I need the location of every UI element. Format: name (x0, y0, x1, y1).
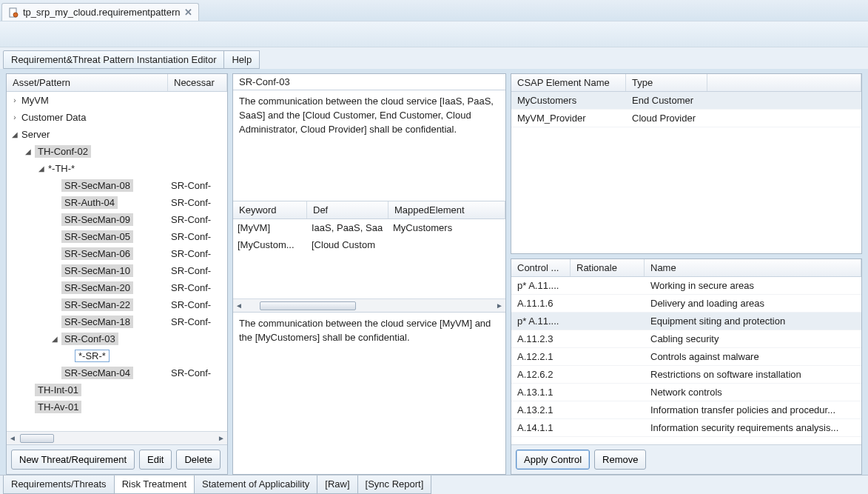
tab-statement-applicability[interactable]: Statement of Applicability (194, 475, 317, 494)
tree-row[interactable]: SR-SecMan-05SR-Conf- (7, 228, 227, 245)
control-cell-rationale (571, 284, 645, 287)
keyword-row[interactable]: [MyVM]IaaS, PaaS, SaaMyCustomers (233, 219, 505, 236)
csap-cell-type: End Customer (626, 93, 707, 107)
tree-row[interactable]: ◢Server (7, 126, 227, 143)
tree-row[interactable]: SR-SecMan-08SR-Conf- (7, 177, 227, 194)
close-icon[interactable]: ✕ (184, 7, 192, 18)
editor-tab[interactable]: tp_srp_my_cloud.requirementpattern ✕ (1, 3, 199, 21)
twisty-icon[interactable]: › (11, 113, 18, 121)
tree-row[interactable]: ›MyVM (7, 92, 227, 109)
keyword-body[interactable]: [MyVM]IaaS, PaaS, SaaMyCustomers[MyCusto… (233, 219, 505, 298)
col-rationale[interactable]: Rationale (571, 259, 645, 276)
col-def[interactable]: Def (307, 201, 388, 218)
tree-necessary-value: SR-Conf- (168, 282, 227, 293)
apply-control-button[interactable]: Apply Control (516, 450, 590, 470)
control-cell-rationale (571, 427, 645, 430)
menu-help[interactable]: Help (223, 50, 260, 69)
tree-necessary-value: SR-Conf- (168, 231, 227, 242)
controls-body[interactable]: p* A.11....Working in secure areasA.11.1… (511, 277, 861, 444)
remove-button[interactable]: Remove (594, 450, 646, 470)
keyword-row[interactable]: [MyCustom...[Cloud Custom (233, 236, 505, 253)
tree-row[interactable]: SR-SecMan-18SR-Conf- (7, 313, 227, 330)
tree-necessary-value: SR-Conf- (168, 248, 227, 259)
control-cell-name: Delivery and loading areas (645, 296, 861, 310)
detail-description: The communication between the cloud serv… (233, 90, 505, 201)
control-cell-control: A.14.1.1 (511, 421, 571, 435)
tree-node-label: MyVM (21, 95, 49, 106)
new-threat-button[interactable]: New Threat/Requirement (11, 450, 135, 470)
col-control[interactable]: Control ... (511, 259, 571, 276)
controls-buttons: Apply Control Remove (511, 444, 861, 474)
twisty-icon[interactable]: › (11, 96, 18, 104)
twisty-icon[interactable]: ◢ (11, 130, 18, 138)
csap-row[interactable]: MyVM_ProviderCloud Provider (511, 110, 861, 127)
csap-body[interactable]: MyCustomersEnd CustomerMyVM_ProviderClou… (511, 92, 861, 253)
tree-row[interactable]: SR-Auth-04SR-Conf- (7, 194, 227, 211)
tree-necessary-value: SR-Conf- (168, 197, 227, 208)
tree-node-label: SR-Conf-03 (61, 333, 118, 345)
tree-row[interactable]: ›Customer Data (7, 109, 227, 126)
detail-title: SR-Conf-03 (233, 74, 505, 90)
tree-row[interactable]: SR-SecMan-09SR-Conf- (7, 211, 227, 228)
tree-row[interactable]: SR-SecMan-10SR-Conf- (7, 262, 227, 279)
control-cell-rationale (571, 409, 645, 412)
control-row[interactable]: A.11.1.6Delivery and loading areas (511, 295, 861, 313)
tab-sync-report[interactable]: [Sync Report] (357, 475, 432, 494)
tree-row[interactable]: ◢SR-Conf-03 (7, 330, 227, 347)
control-row[interactable]: A.11.2.3Cabling security (511, 330, 861, 348)
control-row[interactable]: A.13.1.1Network controls (511, 384, 861, 401)
twisty-icon[interactable]: ◢ (24, 147, 32, 156)
scroll-left-icon[interactable]: ◄ (233, 301, 245, 310)
tree-row[interactable]: TH-Int-01 (7, 381, 227, 398)
tree-row[interactable]: SR-SecMan-04SR-Conf- (7, 364, 227, 381)
control-row[interactable]: A.12.2.1Controls against malware (511, 348, 861, 366)
tab-raw[interactable]: [Raw] (317, 475, 357, 494)
control-row[interactable]: p* A.11....Equipment siting and protecti… (511, 313, 861, 330)
tree-row[interactable]: SR-SecMan-20SR-Conf- (7, 279, 227, 296)
col-necessary[interactable]: Necessar (168, 74, 227, 91)
tree-row[interactable]: TH-Av-01 (7, 398, 227, 415)
col-mapped[interactable]: MappedElement (388, 201, 505, 218)
delete-button[interactable]: Delete (176, 450, 221, 470)
scroll-right-icon[interactable]: ► (494, 301, 505, 310)
control-row[interactable]: A.14.1.1Information security requirement… (511, 419, 861, 437)
control-row[interactable]: p* A.11....Working in secure areas (511, 277, 861, 295)
control-cell-name: Restrictions on software installation (645, 367, 861, 381)
scroll-left-icon[interactable]: ◄ (7, 434, 18, 442)
tree-row[interactable]: SR-SecMan-06SR-Conf- (7, 245, 227, 262)
tab-requirements-threats[interactable]: Requirements/Threats (3, 475, 115, 494)
col-csap-type[interactable]: Type (626, 74, 707, 91)
edit-button[interactable]: Edit (139, 450, 172, 470)
twisty-icon[interactable]: ◢ (38, 164, 45, 173)
tree-node-label: TH-Int-01 (35, 384, 81, 396)
tree-row[interactable]: SR-SecMan-22SR-Conf- (7, 296, 227, 313)
tree-row[interactable]: *-SR-* (7, 347, 227, 364)
csap-row[interactable]: MyCustomersEnd Customer (511, 92, 861, 110)
col-ctrl-name[interactable]: Name (645, 259, 861, 276)
control-row[interactable]: A.13.2.1Information transfer policies an… (511, 401, 861, 419)
editor-tab-label: tp_srp_my_cloud.requirementpattern (23, 7, 180, 18)
instantiated-text: The communication between the cloud serv… (233, 313, 505, 474)
csap-cell-name: MyCustomers (511, 93, 626, 107)
control-row[interactable]: A.12.6.2Restrictions on software install… (511, 366, 861, 384)
menu-editor[interactable]: Requirement&Threat Pattern Instantiation… (3, 50, 224, 69)
tree-row[interactable]: ◢*-TH-* (7, 160, 227, 177)
tab-risk-treatment[interactable]: Risk Treatment (114, 475, 195, 494)
control-cell-control: A.13.1.1 (511, 385, 571, 399)
col-asset[interactable]: Asset/Pattern (7, 74, 168, 91)
tree-necessary-value: SR-Conf- (168, 180, 227, 191)
twisty-icon[interactable]: ◢ (51, 335, 58, 343)
tree-node-label: Customer Data (21, 112, 86, 123)
scroll-right-icon[interactable]: ► (215, 434, 227, 442)
tree-node-label: SR-SecMan-22 (61, 298, 133, 311)
keyword-hscroll[interactable]: ◄ ► (233, 298, 505, 312)
col-keyword[interactable]: Keyword (233, 201, 307, 218)
tree[interactable]: ›MyVM›Customer Data◢Server◢TH-Conf-02◢*-… (7, 92, 227, 431)
control-cell-rationale (571, 338, 645, 341)
col-csap-name[interactable]: CSAP Element Name (511, 74, 626, 91)
control-cell-name: Network controls (645, 385, 861, 399)
tree-row[interactable]: ◢TH-Conf-02 (7, 143, 227, 160)
bottom-tab-bar: Requirements/Threats Risk Treatment Stat… (0, 475, 868, 494)
tree-hscroll[interactable]: ◄ ► (7, 431, 227, 444)
control-cell-control: A.11.1.6 (511, 296, 571, 310)
